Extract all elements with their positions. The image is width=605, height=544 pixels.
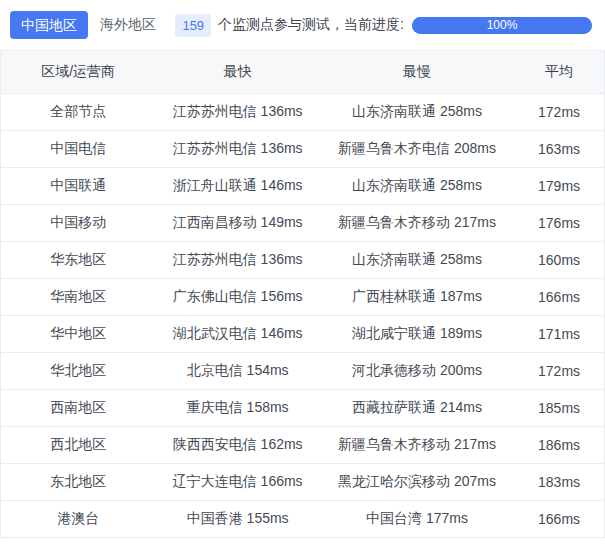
region-cell: 华北地区	[1, 353, 155, 389]
average-cell: 172ms	[514, 353, 604, 389]
table-row: 华南地区 广东佛山电信 156ms 广西桂林联通 187ms 166ms	[1, 279, 604, 316]
region-cell: 华南地区	[1, 279, 155, 315]
column-header-slowest: 最慢	[320, 51, 514, 93]
table-row: 中国移动 江西南昌移动 149ms 新疆乌鲁木齐移动 217ms 176ms	[1, 205, 604, 242]
slowest-cell: 新疆乌鲁木齐移动 217ms	[320, 427, 514, 463]
column-header-fastest: 最快	[155, 51, 320, 93]
average-cell: 171ms	[514, 316, 604, 352]
average-cell: 166ms	[514, 501, 604, 537]
table-row: 华中地区 湖北武汉电信 146ms 湖北咸宁联通 189ms 171ms	[1, 316, 604, 353]
average-cell: 185ms	[514, 390, 604, 426]
fastest-cell: 湖北武汉电信 146ms	[155, 316, 320, 352]
progress-percent-label: 100%	[412, 17, 592, 34]
region-cell: 中国电信	[1, 131, 155, 167]
region-cell: 东北地区	[1, 464, 155, 500]
fastest-cell: 辽宁大连电信 166ms	[155, 464, 320, 500]
tab-overseas-region[interactable]: 海外地区	[100, 16, 156, 34]
region-cell: 西南地区	[1, 390, 155, 426]
table-row: 华北地区 北京电信 154ms 河北承德移动 200ms 172ms	[1, 353, 604, 390]
average-cell: 172ms	[514, 94, 604, 130]
fastest-cell: 浙江舟山联通 146ms	[155, 168, 320, 204]
fastest-cell: 江苏苏州电信 136ms	[155, 94, 320, 130]
slowest-cell: 山东济南联通 258ms	[320, 94, 514, 130]
table-header-row: 区域/运营商 最快 最慢 平均	[1, 51, 604, 94]
region-cell: 华中地区	[1, 316, 155, 352]
fastest-cell: 广东佛山电信 156ms	[155, 279, 320, 315]
region-cell: 西北地区	[1, 427, 155, 463]
average-cell: 179ms	[514, 168, 604, 204]
column-header-region: 区域/运营商	[1, 51, 155, 93]
slowest-cell: 西藏拉萨联通 214ms	[320, 390, 514, 426]
region-cell: 中国联通	[1, 168, 155, 204]
table-row: 西南地区 重庆电信 158ms 西藏拉萨联通 214ms 185ms	[1, 390, 604, 427]
slowest-cell: 湖北咸宁联通 189ms	[320, 316, 514, 352]
table-row: 东北地区 辽宁大连电信 166ms 黑龙江哈尔滨移动 207ms 183ms	[1, 464, 604, 501]
fastest-cell: 江西南昌移动 149ms	[155, 205, 320, 241]
slowest-cell: 新疆乌鲁木齐移动 217ms	[320, 205, 514, 241]
table-row: 西北地区 陕西西安电信 162ms 新疆乌鲁木齐移动 217ms 186ms	[1, 427, 604, 464]
fastest-cell: 江苏苏州电信 136ms	[155, 131, 320, 167]
slowest-cell: 新疆乌鲁木齐电信 208ms	[320, 131, 514, 167]
monitor-info-text: 个监测点参与测试，当前进度:	[218, 16, 404, 34]
average-cell: 163ms	[514, 131, 604, 167]
ping-result-table: 区域/运营商 最快 最慢 平均 全部节点 江苏苏州电信 136ms 山东济南联通…	[0, 50, 605, 538]
average-cell: 166ms	[514, 279, 604, 315]
fastest-cell: 中国香港 155ms	[155, 501, 320, 537]
fastest-cell: 重庆电信 158ms	[155, 390, 320, 426]
slowest-cell: 山东济南联通 258ms	[320, 168, 514, 204]
average-cell: 183ms	[514, 464, 604, 500]
region-cell: 华东地区	[1, 242, 155, 278]
slowest-cell: 山东济南联通 258ms	[320, 242, 514, 278]
monitor-count-badge: 159	[175, 14, 211, 37]
table-row: 全部节点 江苏苏州电信 136ms 山东济南联通 258ms 172ms	[1, 94, 604, 131]
table-row: 港澳台 中国香港 155ms 中国台湾 177ms 166ms	[1, 501, 604, 538]
tab-china-region[interactable]: 中国地区	[10, 11, 88, 39]
slowest-cell: 黑龙江哈尔滨移动 207ms	[320, 464, 514, 500]
region-cell: 全部节点	[1, 94, 155, 130]
column-header-average: 平均	[514, 51, 604, 93]
table-row: 中国联通 浙江舟山联通 146ms 山东济南联通 258ms 179ms	[1, 168, 604, 205]
monitor-status: 159 个监测点参与测试，当前进度: 100%	[175, 14, 592, 37]
slowest-cell: 河北承德移动 200ms	[320, 353, 514, 389]
fastest-cell: 陕西西安电信 162ms	[155, 427, 320, 463]
fastest-cell: 北京电信 154ms	[155, 353, 320, 389]
fastest-cell: 江苏苏州电信 136ms	[155, 242, 320, 278]
region-cell: 中国移动	[1, 205, 155, 241]
average-cell: 186ms	[514, 427, 604, 463]
slowest-cell: 中国台湾 177ms	[320, 501, 514, 537]
average-cell: 160ms	[514, 242, 604, 278]
top-bar: 中国地区 海外地区 159 个监测点参与测试，当前进度: 100%	[0, 0, 605, 50]
table-body: 全部节点 江苏苏州电信 136ms 山东济南联通 258ms 172ms 中国电…	[1, 94, 604, 538]
table-row: 华东地区 江苏苏州电信 136ms 山东济南联通 258ms 160ms	[1, 242, 604, 279]
table-row: 中国电信 江苏苏州电信 136ms 新疆乌鲁木齐电信 208ms 163ms	[1, 131, 604, 168]
region-cell: 港澳台	[1, 501, 155, 537]
slowest-cell: 广西桂林联通 187ms	[320, 279, 514, 315]
average-cell: 176ms	[514, 205, 604, 241]
progress-bar: 100%	[412, 17, 592, 34]
